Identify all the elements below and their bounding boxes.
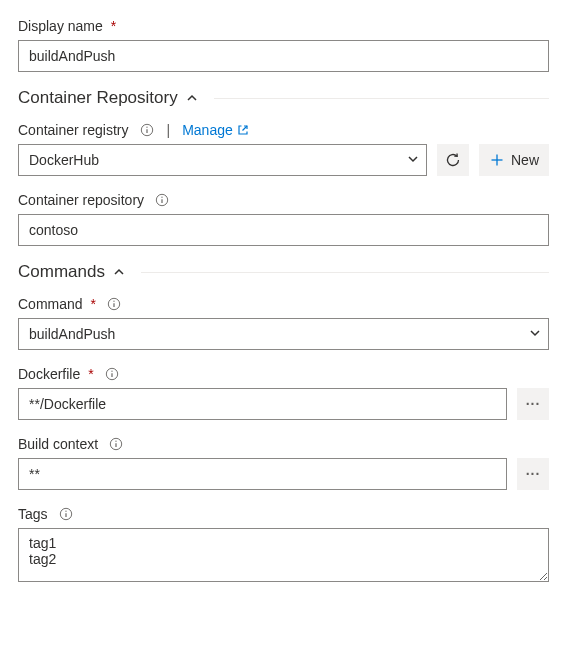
required-indicator: * [111,18,116,34]
manage-link[interactable]: Manage [182,122,249,138]
build-context-label-row: Build context [18,436,549,452]
external-link-icon [237,124,249,136]
separator: | [167,122,171,138]
section-title: Commands [18,262,105,282]
refresh-button[interactable] [437,144,469,176]
required-indicator: * [91,296,96,312]
display-name-label: Display name * [18,18,549,34]
command-label: Command [18,296,83,312]
svg-point-7 [161,197,162,198]
dockerfile-label: Dockerfile [18,366,80,382]
container-repository-label: Container repository [18,192,144,208]
svg-point-16 [116,441,117,442]
info-icon[interactable] [139,122,155,138]
build-context-label: Build context [18,436,98,452]
info-icon[interactable] [106,296,122,312]
container-registry-select[interactable] [18,144,427,176]
svg-point-2 [146,127,147,128]
dockerfile-input[interactable] [18,388,507,420]
tags-textarea[interactable] [18,528,549,582]
build-context-input[interactable] [18,458,507,490]
chevron-up-icon [113,266,125,278]
command-label-row: Command * [18,296,549,312]
new-button[interactable]: New [479,144,549,176]
info-icon[interactable] [104,366,120,382]
build-context-browse-button[interactable]: ··· [517,458,549,490]
section-commands[interactable]: Commands [18,262,549,282]
container-repository-input[interactable] [18,214,549,246]
container-repository-label-row: Container repository [18,192,549,208]
tags-label: Tags [18,506,48,522]
dockerfile-browse-button[interactable]: ··· [517,388,549,420]
container-registry-value[interactable] [18,144,427,176]
plus-icon [489,152,505,168]
container-registry-label-row: Container registry | Manage [18,122,549,138]
required-indicator: * [88,366,93,382]
svg-point-13 [111,371,112,372]
svg-point-19 [65,511,66,512]
info-icon[interactable] [108,436,124,452]
display-name-input[interactable] [18,40,549,72]
ellipsis-icon: ··· [526,466,541,482]
info-icon[interactable] [154,192,170,208]
new-button-label: New [511,152,539,168]
section-container-repository[interactable]: Container Repository [18,88,549,108]
chevron-up-icon [186,92,198,104]
command-select[interactable] [18,318,549,350]
tags-label-row: Tags [18,506,549,522]
section-title: Container Repository [18,88,178,108]
label-text: Display name [18,18,103,34]
info-icon[interactable] [58,506,74,522]
svg-point-10 [113,301,114,302]
refresh-icon [445,152,461,168]
manage-link-text: Manage [182,122,233,138]
dockerfile-label-row: Dockerfile * [18,366,549,382]
container-registry-label: Container registry [18,122,129,138]
section-rule [214,98,549,99]
ellipsis-icon: ··· [526,396,541,412]
command-value[interactable] [18,318,549,350]
section-rule [141,272,549,273]
